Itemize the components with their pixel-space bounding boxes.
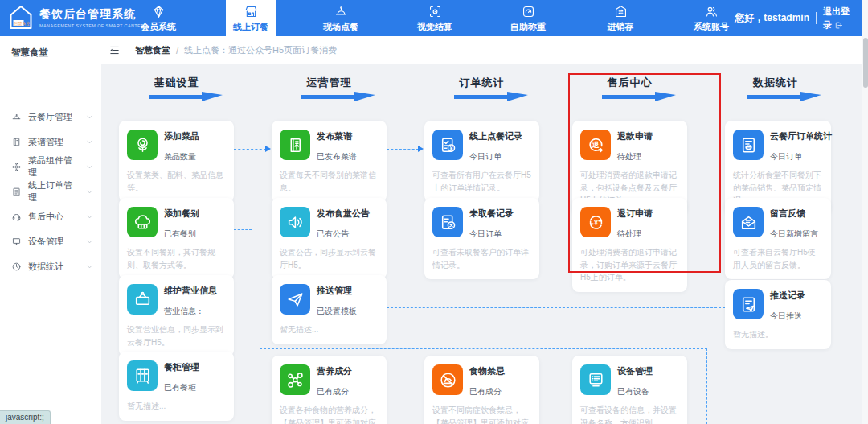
card-desc: 可查看未取餐客户的订单详情记录。: [432, 246, 531, 271]
card-online-order-records[interactable]: ¥ 线上点餐记录 今日订单 可查看所有用户在云餐厅H5上的订单详情记录。: [424, 121, 539, 202]
header-underline-arrow: [747, 95, 804, 99]
card-title: 留言反馈: [770, 208, 818, 220]
sidebar-item-after-sales[interactable]: 售后中心: [0, 204, 101, 228]
sidebar-item-cloud-restaurant[interactable]: 云餐厅管理: [0, 105, 101, 129]
column-header-operations: 运营管理: [272, 76, 387, 99]
sidebar-item-menu-mgmt[interactable]: 菜谱管理: [0, 130, 101, 154]
book-icon: [11, 137, 22, 147]
push-record-icon: [733, 289, 764, 319]
scrollbar-thumb[interactable]: [863, 38, 868, 88]
nav-online-ordering[interactable]: 线上订餐: [226, 0, 276, 36]
card-device-mgmt[interactable]: 设备管理 已有设备 可查看设备的信息，并设置设备名称，方便识别。: [572, 356, 687, 424]
card-push-mgmt[interactable]: 推送管理 已设置模板 暂无描述...: [272, 275, 387, 344]
svg-text:退: 退: [592, 141, 600, 149]
card-title: 发布菜谱: [317, 130, 357, 142]
breadcrumb-separator: /: [176, 46, 178, 56]
nav-label: 现场点餐: [323, 21, 358, 33]
card-subtitle: 待处理: [617, 151, 653, 163]
card-push-records[interactable]: 推送记录 今日推送 暂无描述。: [725, 280, 831, 349]
card-subtitle: 今日订单: [469, 228, 514, 240]
column-header-after-sales: 售后中心: [572, 76, 687, 99]
card-subtitle: 已有设备: [617, 386, 653, 397]
logo-house-icon: 智慧食堂: [8, 4, 34, 31]
card-desc: 可查看设备的信息，并设置设备名称，方便识别。: [580, 404, 679, 424]
feature-map-panel: 基础设置 运营管理 订单统计 售后中心 数据统计 添加菜品 菜品数量 设置菜类、…: [101, 64, 862, 424]
scrollbar-track[interactable]: [862, 0, 868, 424]
sidebar-item-device-mgmt[interactable]: 设备管理: [0, 229, 101, 253]
card-desc: 暂无描述...: [127, 400, 226, 413]
card-feedback[interactable]: 留言反馈 今日新增留言 可查看来自云餐厅H5使用人员的留言反馈。: [725, 198, 831, 279]
card-title: 云餐厅订单统计: [770, 130, 832, 142]
order-doc-icon: [11, 187, 22, 197]
card-desc: 可查看所有用户在云餐厅H5上的订单详情记录。: [432, 169, 531, 194]
card-subtitle: 已有餐别: [164, 228, 199, 240]
status-tooltip: javascript:;: [0, 410, 51, 424]
card-title: 发布食堂公告: [317, 208, 370, 220]
nutrition-icon: [280, 364, 310, 395]
card-add-meal-type[interactable]: 添加餐别 已有餐别 设置不同餐别，其订餐规则、取餐方式等。: [119, 198, 234, 279]
sidebar-item-data-stats[interactable]: 数据统计: [0, 254, 101, 278]
sidebar: 智慧食堂 云餐厅管理 菜谱管理 菜品组件管理 线上订单管理 售后中心 设备管理 …: [0, 36, 101, 424]
nav-self-weighing[interactable]: 自助称重: [492, 0, 564, 36]
nav-label: 会员系统: [141, 21, 176, 33]
card-unclaimed-meal-records[interactable]: 未取餐记录 今日订单 可查看未取餐客户的订单详情记录。: [424, 198, 539, 279]
card-nutrition[interactable]: 营养成分 已有成分 设置各种食物的营养成分，【菜品管理】里可添加对应的食物及分.…: [272, 356, 387, 424]
connector-line: [234, 149, 266, 150]
rose-icon: [127, 130, 158, 160]
nav-vision-checkout[interactable]: 视觉结算: [399, 0, 471, 36]
nav-inventory[interactable]: 进销存: [584, 0, 657, 36]
components-icon: [11, 162, 22, 172]
card-title: 设备管理: [617, 365, 653, 377]
user-box: 您好，testadmin 退出登录: [735, 0, 857, 36]
card-cabinet-mgmt[interactable]: 餐柜管理 已有餐柜 暂无描述...: [119, 352, 234, 421]
card-subtitle: 今日新增留言: [770, 228, 818, 240]
card-desc: 暂无描述...: [280, 323, 379, 336]
card-subtitle: 营业信息：: [164, 306, 217, 317]
connector-line: [387, 307, 725, 308]
card-title: 退款申请: [617, 130, 653, 142]
card-canteen-notice[interactable]: 发布食堂公告 已有公告 设置公告，同步显示到云餐厅H5。: [272, 198, 387, 279]
card-unsubscribe-request[interactable]: ¥ 退订申请 待处理 可处理消费者的退订申请记录，订购订单来源于云餐厅H5上的订…: [572, 198, 687, 292]
card-food-taboo[interactable]: 食物禁忌 已有成分 设置不同病症饮食禁忌，【菜品管理】里可添加对应的。: [424, 356, 539, 424]
cloche-icon: [334, 4, 349, 19]
sidebar-item-dish-components[interactable]: 菜品组件管理: [0, 154, 101, 179]
chevron-down-icon: [86, 213, 93, 220]
column-header-basic-settings: 基础设置: [119, 76, 234, 99]
card-business-info[interactable]: 维护营业信息 营业信息： 设置营业信息，同步显示到云餐厅H5。: [119, 275, 234, 356]
sidebar-item-online-orders[interactable]: 线上订单管理: [0, 179, 101, 204]
cloche-icon: [11, 112, 22, 122]
card-title: 维护营业信息: [164, 285, 217, 297]
divider: [816, 12, 817, 24]
card-publish-menu[interactable]: 发布菜谱 已发布菜谱 设置每天不同餐别的菜谱信息。: [272, 121, 387, 202]
nav-label: 线上订餐: [233, 21, 268, 33]
card-title: 添加菜品: [164, 130, 199, 142]
app-header: 智慧食堂 餐饮后台管理系统 MANAGEMENT SYSTEM OF SMART…: [0, 0, 868, 36]
order-check-icon: ¥: [432, 130, 463, 160]
card-desc: 设置每天不同餐别的菜谱信息。: [280, 169, 379, 194]
chevron-down-icon: [86, 163, 93, 171]
breadcrumb: 智慧食堂 / 线上点餐：通过公众号H5页面订餐消费: [135, 44, 337, 56]
card-add-dish[interactable]: 添加菜品 菜品数量 设置菜类、配料、菜品信息等。: [119, 121, 234, 202]
scan-icon: [428, 4, 443, 19]
card-subtitle: 已有成分: [469, 386, 505, 397]
card-subtitle: 已有餐柜: [164, 382, 199, 393]
megaphone-icon: [280, 207, 310, 237]
breadcrumb-current-link[interactable]: 线上点餐：通过公众号H5页面订餐消费: [184, 44, 337, 56]
card-desc: 设置各种食物的营养成分，【菜品管理】里可添加对应的食物及分...: [280, 404, 379, 424]
logout-button[interactable]: 退出登录: [823, 5, 857, 31]
scale-icon: [521, 4, 536, 19]
signboard-icon: [127, 284, 158, 315]
chef-hat-icon: [127, 207, 158, 237]
header-underline-arrow: [301, 95, 358, 99]
monitor-icon: [11, 237, 22, 247]
nav-onsite-ordering[interactable]: 现场点餐: [305, 0, 377, 36]
card-desc: 可处理消费者的退订申请记录，订购订单来源于云餐厅H5上的订单。: [580, 246, 679, 284]
card-subtitle: 已发布菜谱: [317, 151, 357, 163]
collapse-sidebar-icon[interactable]: [108, 44, 121, 56]
nav-label: 自助称重: [510, 21, 546, 33]
headset-icon: [11, 212, 22, 222]
breadcrumb-bar: 智慧食堂 / 线上点餐：通过公众号H5页面订餐消费: [101, 36, 862, 64]
nav-member-system[interactable]: 会员系统: [122, 0, 194, 36]
connector-line: [252, 149, 252, 229]
header-underline-arrow: [454, 95, 510, 99]
